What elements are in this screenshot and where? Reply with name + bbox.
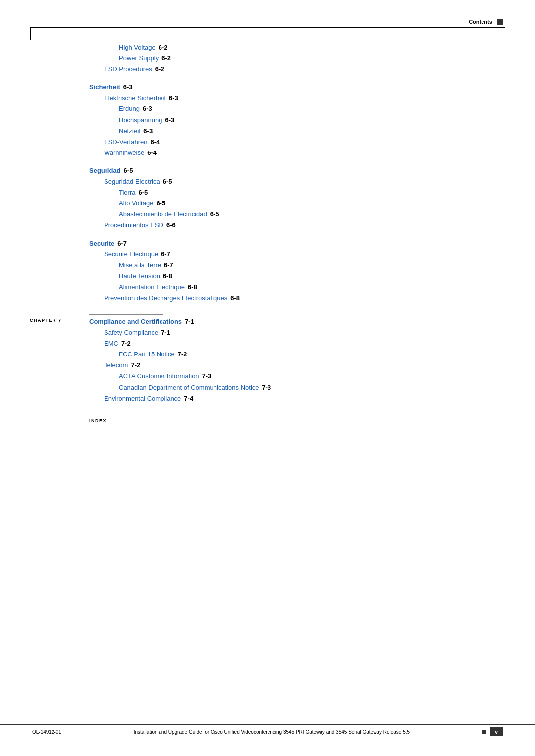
toc-page-safety-compliance: 7-1 — [161, 327, 170, 338]
toc-page-haute-tension: 6-8 — [163, 271, 172, 282]
toc-link-fcc[interactable]: FCC Part 15 Notice — [119, 349, 175, 360]
toc-link-alimentation[interactable]: Alimentation Electrique — [119, 282, 185, 293]
toc-link-emc[interactable]: EMC — [104, 338, 118, 349]
toc-entry-canadian: Canadian Department of Communications No… — [119, 382, 495, 393]
toc-page-sicherheit: 6-3 — [123, 82, 133, 93]
toc-page-securite: 6-7 — [117, 238, 127, 249]
toc-page-fcc: 7-2 — [178, 349, 187, 360]
toc-entry-warnhinweise: Warnhinweise 6-4 — [104, 148, 495, 158]
footer-bullet-icon — [482, 730, 486, 734]
chapter7-divider — [89, 314, 163, 315]
footer-doc-number: OL-14912-01 — [32, 729, 61, 735]
toc-page-procedimientos: 6-6 — [166, 220, 176, 231]
toc-page-seguridad-electrica: 6-5 — [163, 176, 172, 187]
toc-entry-alimentation: Alimentation Electrique 6-8 — [119, 282, 495, 293]
toc-link-power-supply[interactable]: Power Supply — [119, 53, 159, 64]
toc-link-erdung[interactable]: Erdung — [119, 103, 140, 114]
top-border — [30, 27, 505, 28]
toc-page-warnhinweise: 6-4 — [147, 148, 157, 158]
toc-link-tierra[interactable]: Tierra — [119, 187, 135, 198]
toc-page-esd-en: 6-2 — [155, 64, 164, 75]
toc-link-telecom[interactable]: Telecom — [104, 360, 128, 371]
toc-link-seguridad-electrica[interactable]: Seguridad Electrica — [104, 176, 160, 187]
toc-link-securite-electrique[interactable]: Securite Electrique — [104, 249, 158, 260]
toc-page-mise-terre: 6-7 — [164, 260, 173, 271]
toc-entry-tierra: Tierra 6-5 — [119, 187, 495, 198]
toc-page-esd-verfahren: 6-4 — [150, 137, 160, 148]
toc-entry-acta: ACTA Customer Information 7-3 — [119, 371, 495, 382]
index-label: INDEX — [89, 418, 495, 423]
footer: OL-14912-01 Installation and Upgrade Gui… — [0, 724, 535, 736]
chapter7-label: CHAPTER 7 — [30, 318, 62, 323]
toc-entry-netzteil: Netzteil 6-3 — [119, 126, 495, 137]
toc-link-seguridad[interactable]: Seguridad — [89, 165, 121, 176]
toc-entry-prevention: Prevention des Decharges Electrostatique… — [104, 293, 495, 303]
initial-entries: High Voltage 6-2 Power Supply 6-2 ESD Pr… — [89, 42, 495, 75]
toc-entry-environmental: Environmental Compliance 7-4 — [104, 393, 495, 404]
toc-page-canadian: 7-3 — [262, 382, 271, 393]
toc-entry-emc: EMC 7-2 — [104, 338, 495, 349]
toc-link-securite[interactable]: Securite — [89, 238, 114, 249]
chapter7-items: Safety Compliance 7-1 EMC 7-2 FCC Part 1… — [89, 327, 495, 404]
securite-section: Securite 6-7 Securite Electrique 6-7 Mis… — [89, 238, 495, 304]
footer-page-label: v — [490, 727, 503, 736]
toc-entry-seguridad: Seguridad 6-5 — [89, 165, 495, 176]
toc-entry-sicherheit: Sicherheit 6-3 — [89, 82, 495, 93]
toc-link-elektrische[interactable]: Elektrische Sicherheit — [104, 93, 166, 103]
seguridad-section: Seguridad 6-5 Seguridad Electrica 6-5 Ti… — [89, 165, 495, 231]
toc-link-sicherheit[interactable]: Sicherheit — [89, 82, 120, 93]
toc-entry-fcc: FCC Part 15 Notice 7-2 — [119, 349, 495, 360]
header-contents: Contents — [469, 19, 503, 25]
toc-link-haute-tension[interactable]: Haute Tension — [119, 271, 160, 282]
toc-link-netzteil[interactable]: Netzteil — [119, 126, 140, 137]
toc-link-mise-terre[interactable]: Mise a la Terre — [119, 260, 161, 271]
toc-entry-high-voltage: High Voltage 6-2 — [119, 42, 495, 53]
toc-link-procedimientos[interactable]: Procedimientos ESD — [104, 220, 163, 231]
toc-page-seguridad: 6-5 — [124, 165, 133, 176]
header-block-icon — [497, 19, 503, 25]
toc-page-acta: 7-3 — [202, 371, 212, 382]
toc-page-telecom: 7-2 — [131, 360, 140, 371]
toc-page-abastecimiento: 6-5 — [210, 209, 219, 220]
footer-doc-text: Installation and Upgrade Guide for Cisco… — [61, 729, 482, 735]
sicherheit-section: Sicherheit 6-3 Elektrische Sicherheit 6-… — [89, 82, 495, 158]
toc-entry-elektrische: Elektrische Sicherheit 6-3 — [104, 93, 495, 103]
toc-entry-securite: Securite 6-7 — [89, 238, 495, 249]
toc-link-chapter7[interactable]: Compliance and Certifications — [89, 318, 182, 325]
toc-entry-alto-voltage: Alto Voltage 6-5 — [119, 198, 495, 209]
toc-entry-seguridad-electrica: Seguridad Electrica 6-5 — [104, 176, 495, 187]
toc-page-chapter7: 7-1 — [185, 318, 194, 325]
index-divider — [89, 415, 163, 415]
toc-link-canadian[interactable]: Canadian Department of Communications No… — [119, 382, 259, 393]
toc-entry-abastecimiento: Abastecimiento de Electricidad 6-5 — [119, 209, 495, 220]
toc-link-warnhinweise[interactable]: Warnhinweise — [104, 148, 144, 158]
toc-entry-safety-compliance: Safety Compliance 7-1 — [104, 327, 495, 338]
toc-entry-telecom: Telecom 7-2 — [104, 360, 495, 371]
toc-entry-hochspannung: Hochspannung 6-3 — [119, 115, 495, 126]
toc-link-safety-compliance[interactable]: Safety Compliance — [104, 327, 158, 338]
toc-entry-securite-electrique: Securite Electrique 6-7 — [104, 249, 495, 260]
toc-page-alto-voltage: 6-5 — [156, 198, 165, 209]
left-bar — [30, 27, 31, 40]
toc-page-tierra: 6-5 — [138, 187, 148, 198]
toc-link-esd-verfahren[interactable]: ESD-Verfahren — [104, 137, 147, 148]
footer-right: v — [482, 727, 503, 736]
toc-page-environmental: 7-4 — [184, 393, 193, 404]
toc-link-alto-voltage[interactable]: Alto Voltage — [119, 198, 153, 209]
index-section: INDEX — [89, 415, 495, 423]
toc-content: High Voltage 6-2 Power Supply 6-2 ESD Pr… — [89, 42, 495, 423]
toc-page-hochspannung: 6-3 — [165, 115, 174, 126]
toc-link-abastecimiento[interactable]: Abastecimiento de Electricidad — [119, 209, 207, 220]
toc-link-environmental[interactable]: Environmental Compliance — [104, 393, 181, 404]
toc-entry-erdung: Erdung 6-3 — [119, 103, 495, 114]
toc-link-esd-en[interactable]: ESD Procedures — [104, 64, 152, 75]
toc-page-prevention: 6-8 — [230, 293, 240, 303]
toc-entry-power-supply: Power Supply 6-2 — [119, 53, 495, 64]
toc-link-high-voltage[interactable]: High Voltage — [119, 42, 156, 53]
toc-link-hochspannung[interactable]: Hochspannung — [119, 115, 162, 126]
toc-entry-procedimientos: Procedimientos ESD 6-6 — [104, 220, 495, 231]
toc-link-acta[interactable]: ACTA Customer Information — [119, 371, 199, 382]
toc-link-prevention[interactable]: Prevention des Decharges Electrostatique… — [104, 293, 227, 303]
chapter7-row: CHAPTER 7 Compliance and Certifications … — [89, 318, 495, 325]
toc-page-erdung: 6-3 — [143, 103, 152, 114]
